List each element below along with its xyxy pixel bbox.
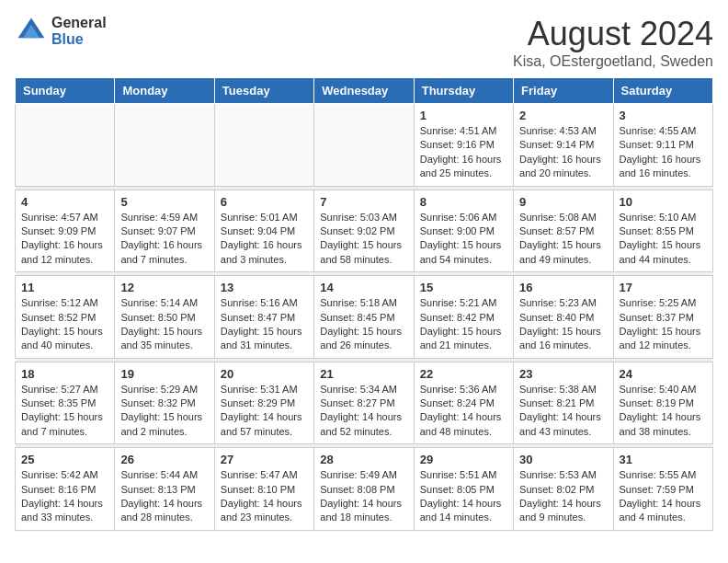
col-header-wednesday: Wednesday [314, 78, 414, 104]
calendar-cell: 22Sunrise: 5:36 AM Sunset: 8:24 PM Dayli… [414, 362, 513, 444]
calendar-cell [214, 104, 313, 187]
day-info: Sunrise: 4:55 AM Sunset: 9:11 PM Dayligh… [620, 124, 707, 181]
page-header: General Blue August 2024 Kisa, OEstergoe… [15, 15, 713, 70]
day-number: 6 [221, 195, 308, 209]
calendar-cell: 15Sunrise: 5:21 AM Sunset: 8:42 PM Dayli… [414, 276, 513, 359]
day-number: 13 [221, 281, 308, 294]
day-number: 20 [221, 367, 308, 381]
col-header-friday: Friday [514, 78, 613, 104]
calendar-cell: 23Sunrise: 5:38 AM Sunset: 8:21 PM Dayli… [514, 362, 613, 444]
day-info: Sunrise: 5:51 AM Sunset: 8:05 PM Dayligh… [420, 468, 507, 525]
day-info: Sunrise: 5:53 AM Sunset: 8:02 PM Dayligh… [519, 468, 607, 525]
calendar-cell: 26Sunrise: 5:44 AM Sunset: 8:13 PM Dayli… [115, 448, 214, 531]
day-info: Sunrise: 5:42 AM Sunset: 8:16 PM Dayligh… [21, 468, 108, 525]
calendar-cell: 7Sunrise: 5:03 AM Sunset: 9:02 PM Daylig… [314, 190, 414, 272]
calendar-cell [16, 104, 115, 187]
calendar-cell: 16Sunrise: 5:23 AM Sunset: 8:40 PM Dayli… [514, 276, 613, 359]
calendar-cell [314, 104, 414, 187]
day-number: 10 [620, 195, 707, 209]
day-info: Sunrise: 5:03 AM Sunset: 9:02 PM Dayligh… [320, 211, 407, 268]
day-number: 28 [320, 453, 407, 466]
day-number: 31 [620, 453, 707, 466]
day-number: 19 [120, 367, 208, 381]
day-info: Sunrise: 5:06 AM Sunset: 9:00 PM Dayligh… [420, 211, 507, 268]
calendar-cell [115, 104, 214, 187]
calendar-cell: 27Sunrise: 5:47 AM Sunset: 8:10 PM Dayli… [214, 448, 313, 531]
calendar-cell: 28Sunrise: 5:49 AM Sunset: 8:08 PM Dayli… [314, 448, 414, 531]
logo-icon [15, 15, 48, 48]
title-block: August 2024 Kisa, OEstergoetland, Sweden [513, 15, 713, 70]
day-number: 27 [221, 453, 308, 466]
day-info: Sunrise: 5:38 AM Sunset: 8:21 PM Dayligh… [519, 383, 607, 440]
day-info: Sunrise: 5:23 AM Sunset: 8:40 PM Dayligh… [519, 296, 607, 353]
day-number: 11 [21, 281, 108, 294]
calendar-subtitle: Kisa, OEstergoetland, Sweden [513, 53, 713, 70]
day-info: Sunrise: 5:18 AM Sunset: 8:45 PM Dayligh… [320, 296, 407, 353]
day-info: Sunrise: 5:27 AM Sunset: 8:35 PM Dayligh… [21, 383, 108, 440]
calendar-header-row: SundayMondayTuesdayWednesdayThursdayFrid… [16, 78, 713, 104]
day-info: Sunrise: 5:49 AM Sunset: 8:08 PM Dayligh… [320, 468, 407, 525]
day-number: 5 [120, 195, 208, 209]
day-number: 17 [620, 281, 707, 294]
day-info: Sunrise: 5:36 AM Sunset: 8:24 PM Dayligh… [420, 383, 507, 440]
day-info: Sunrise: 4:53 AM Sunset: 9:14 PM Dayligh… [519, 124, 607, 181]
day-number: 16 [519, 281, 607, 294]
calendar-cell: 8Sunrise: 5:06 AM Sunset: 9:00 PM Daylig… [414, 190, 513, 272]
calendar-cell: 13Sunrise: 5:16 AM Sunset: 8:47 PM Dayli… [214, 276, 313, 359]
calendar-title: August 2024 [513, 15, 713, 53]
day-number: 9 [519, 195, 607, 209]
logo-blue: Blue [51, 31, 107, 48]
day-number: 21 [320, 367, 407, 381]
day-info: Sunrise: 5:44 AM Sunset: 8:13 PM Dayligh… [120, 468, 208, 525]
day-info: Sunrise: 5:21 AM Sunset: 8:42 PM Dayligh… [420, 296, 507, 353]
calendar-cell: 25Sunrise: 5:42 AM Sunset: 8:16 PM Dayli… [16, 448, 115, 531]
logo: General Blue [15, 15, 107, 48]
calendar-week-3: 11Sunrise: 5:12 AM Sunset: 8:52 PM Dayli… [16, 276, 713, 359]
calendar-cell: 21Sunrise: 5:34 AM Sunset: 8:27 PM Dayli… [314, 362, 414, 444]
day-number: 12 [120, 281, 208, 294]
day-info: Sunrise: 4:59 AM Sunset: 9:07 PM Dayligh… [120, 211, 208, 268]
day-info: Sunrise: 5:14 AM Sunset: 8:50 PM Dayligh… [120, 296, 208, 353]
day-info: Sunrise: 4:57 AM Sunset: 9:09 PM Dayligh… [21, 211, 108, 268]
day-info: Sunrise: 5:16 AM Sunset: 8:47 PM Dayligh… [221, 296, 308, 353]
day-info: Sunrise: 5:55 AM Sunset: 7:59 PM Dayligh… [620, 468, 707, 525]
day-number: 24 [620, 367, 707, 381]
calendar-cell: 6Sunrise: 5:01 AM Sunset: 9:04 PM Daylig… [214, 190, 313, 272]
day-info: Sunrise: 5:10 AM Sunset: 8:55 PM Dayligh… [620, 211, 707, 268]
calendar-cell: 12Sunrise: 5:14 AM Sunset: 8:50 PM Dayli… [115, 276, 214, 359]
day-number: 7 [320, 195, 407, 209]
col-header-sunday: Sunday [16, 78, 115, 104]
day-number: 3 [620, 109, 707, 122]
calendar-cell: 1Sunrise: 4:51 AM Sunset: 9:16 PM Daylig… [414, 104, 513, 187]
calendar-cell: 20Sunrise: 5:31 AM Sunset: 8:29 PM Dayli… [214, 362, 313, 444]
col-header-thursday: Thursday [414, 78, 513, 104]
logo-general: General [51, 15, 107, 31]
day-info: Sunrise: 5:47 AM Sunset: 8:10 PM Dayligh… [221, 468, 308, 525]
day-number: 14 [320, 281, 407, 294]
day-number: 29 [420, 453, 507, 466]
day-info: Sunrise: 5:01 AM Sunset: 9:04 PM Dayligh… [221, 211, 308, 268]
day-number: 1 [420, 109, 507, 122]
day-number: 25 [21, 453, 108, 466]
col-header-saturday: Saturday [613, 78, 712, 104]
calendar-cell: 3Sunrise: 4:55 AM Sunset: 9:11 PM Daylig… [613, 104, 712, 187]
calendar-week-1: 1Sunrise: 4:51 AM Sunset: 9:16 PM Daylig… [16, 104, 713, 187]
calendar-cell: 14Sunrise: 5:18 AM Sunset: 8:45 PM Dayli… [314, 276, 414, 359]
day-info: Sunrise: 5:34 AM Sunset: 8:27 PM Dayligh… [320, 383, 407, 440]
calendar-cell: 31Sunrise: 5:55 AM Sunset: 7:59 PM Dayli… [613, 448, 712, 531]
day-number: 26 [120, 453, 208, 466]
day-info: Sunrise: 5:31 AM Sunset: 8:29 PM Dayligh… [221, 383, 308, 440]
day-info: Sunrise: 4:51 AM Sunset: 9:16 PM Dayligh… [420, 124, 507, 181]
calendar-cell: 30Sunrise: 5:53 AM Sunset: 8:02 PM Dayli… [514, 448, 613, 531]
day-number: 22 [420, 367, 507, 381]
calendar-table: SundayMondayTuesdayWednesdayThursdayFrid… [15, 77, 713, 531]
calendar-week-5: 25Sunrise: 5:42 AM Sunset: 8:16 PM Dayli… [16, 448, 713, 531]
col-header-tuesday: Tuesday [214, 78, 313, 104]
day-number: 2 [519, 109, 607, 122]
calendar-cell: 10Sunrise: 5:10 AM Sunset: 8:55 PM Dayli… [613, 190, 712, 272]
day-info: Sunrise: 5:25 AM Sunset: 8:37 PM Dayligh… [620, 296, 707, 353]
day-number: 4 [21, 195, 108, 209]
col-header-monday: Monday [115, 78, 214, 104]
calendar-cell: 4Sunrise: 4:57 AM Sunset: 9:09 PM Daylig… [16, 190, 115, 272]
calendar-cell: 5Sunrise: 4:59 AM Sunset: 9:07 PM Daylig… [115, 190, 214, 272]
